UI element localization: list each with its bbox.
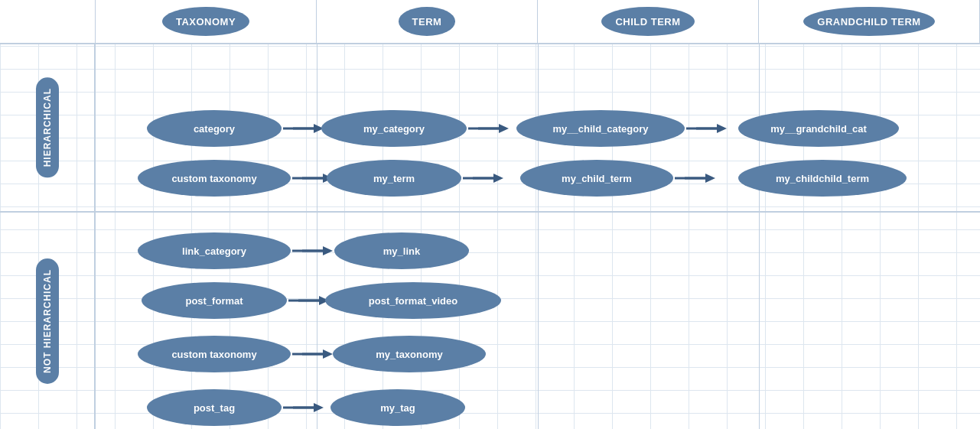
taxonomy-col-header: TAXONOMY bbox=[96, 0, 317, 43]
svg-text:custom  taxonomy: custom taxonomy bbox=[171, 349, 257, 360]
header-row: TAXONOMY TERM CHILD TERM GRANDCHILD TERM bbox=[0, 0, 980, 44]
svg-text:my_taxonomy: my_taxonomy bbox=[376, 349, 443, 360]
left-column: HIERARCHICAL NOT HIERARCHICAL bbox=[0, 44, 96, 429]
svg-text:my_link: my_link bbox=[383, 245, 421, 257]
svg-text:my__grandchild_cat: my__grandchild_cat bbox=[770, 123, 867, 135]
svg-marker-25 bbox=[493, 174, 503, 183]
header-columns: TAXONOMY TERM CHILD TERM GRANDCHILD TERM bbox=[96, 0, 980, 43]
child-term-col-header: CHILD TERM bbox=[538, 0, 759, 43]
svg-text:my_category: my_category bbox=[363, 123, 425, 135]
svg-text:link_category: link_category bbox=[182, 245, 247, 257]
child-term-header-oval: CHILD TERM bbox=[601, 7, 694, 36]
svg-marker-13 bbox=[717, 124, 727, 133]
svg-text:my_child_term: my_child_term bbox=[562, 173, 632, 184]
non-hierarchical-label: NOT HIERARCHICAL bbox=[36, 258, 59, 384]
svg-marker-58 bbox=[314, 403, 324, 412]
svg-marker-51 bbox=[323, 349, 333, 359]
svg-text:my_childchild_term: my_childchild_term bbox=[776, 173, 869, 184]
grandchild-term-header-oval: GRANDCHILD TERM bbox=[803, 7, 934, 36]
svg-marker-37 bbox=[323, 246, 333, 255]
non-hierarchical-label-area: NOT HIERARCHICAL bbox=[0, 213, 94, 429]
svg-text:post_tag: post_tag bbox=[194, 402, 235, 414]
content-area: category my_category my__child_category bbox=[96, 44, 980, 429]
page: TAXONOMY TERM CHILD TERM GRANDCHILD TERM bbox=[0, 0, 980, 429]
main-content: HIERARCHICAL NOT HIERARCHICAL bbox=[0, 44, 980, 429]
term-col-header: TERM bbox=[317, 0, 538, 43]
hierarchical-label-area: HIERARCHICAL bbox=[0, 44, 94, 213]
grandchild-term-col-header: GRANDCHILD TERM bbox=[759, 0, 980, 43]
svg-text:my_tag: my_tag bbox=[380, 402, 415, 414]
svg-text:post_format_video: post_format_video bbox=[369, 295, 457, 307]
svg-marker-8 bbox=[499, 124, 509, 133]
svg-text:my_term: my_term bbox=[373, 173, 415, 184]
term-header-oval: TERM bbox=[399, 7, 456, 36]
svg-text:post_format: post_format bbox=[185, 295, 243, 307]
svg-text:category: category bbox=[194, 123, 236, 135]
header-spacer bbox=[0, 0, 96, 43]
hierarchical-label: HIERARCHICAL bbox=[36, 77, 59, 177]
svg-text:my__child_category: my__child_category bbox=[552, 123, 649, 135]
taxonomy-header-oval: TAXONOMY bbox=[162, 7, 249, 36]
svg-text:custom  taxonomy: custom taxonomy bbox=[171, 173, 257, 184]
svg-marker-30 bbox=[705, 174, 715, 183]
diagram-svg: category my_category my__child_category bbox=[96, 44, 980, 429]
